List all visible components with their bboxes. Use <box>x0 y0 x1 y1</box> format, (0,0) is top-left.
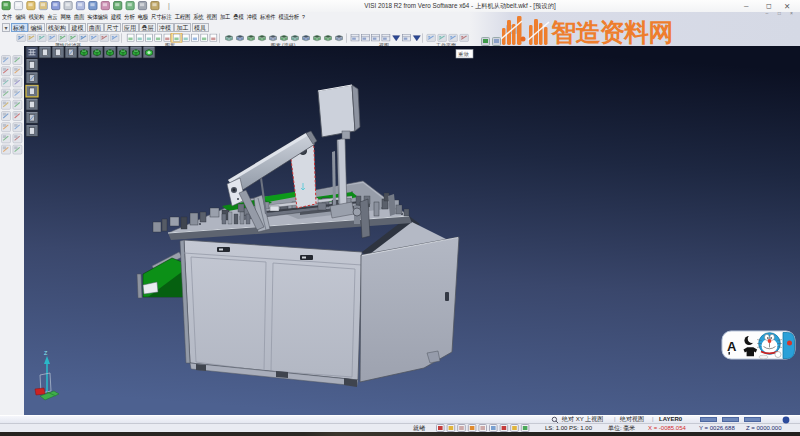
svg-text:|: | <box>168 2 170 10</box>
svg-text:A: A <box>727 339 737 354</box>
svg-text:重做: 重做 <box>458 51 470 57</box>
